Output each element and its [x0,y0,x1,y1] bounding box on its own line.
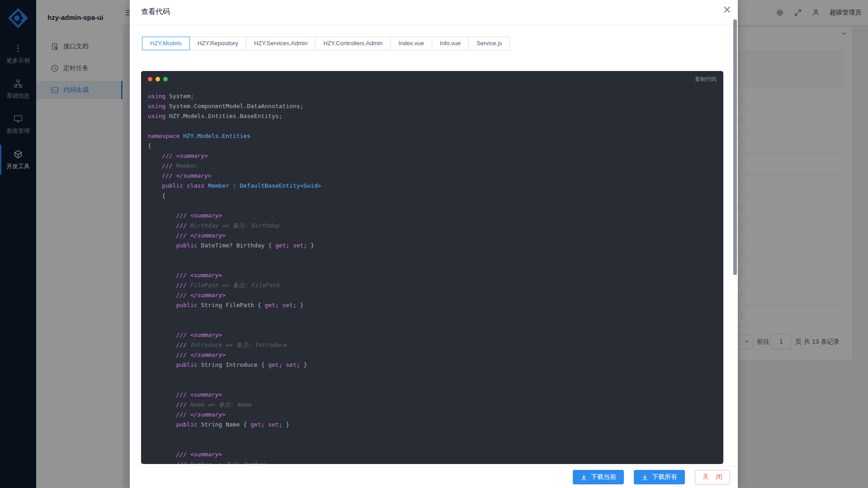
code-line: /// Birthday => 备注: Birthday [148,221,723,231]
download-all-button[interactable]: 下载所有 [634,470,685,484]
code-line: { [148,141,723,151]
modal-scrollbar-thumb[interactable] [733,19,737,275]
window-dot-red-icon [148,77,152,81]
view-code-modal: 查看代码 ✕ HZY.ModelsHZY.RepositoryHZY.Servi… [130,0,738,488]
code-line: public String Name { get; set; } [148,420,723,430]
code-line: /// Introduce => 备注: Introduce [148,340,723,350]
copy-code-button[interactable]: 复制代码 [695,76,717,83]
code-line: /// FilePath => 备注: FilePath [148,280,723,290]
code-line [148,310,723,320]
code-line: namespace HZY.Models.Entities [148,131,723,141]
code-content: using System;using System.ComponentModel… [141,87,723,464]
tab-service-js[interactable]: Service.js [468,37,510,50]
download-current-button[interactable]: 下载当前 [573,470,624,484]
code-line: /// </summary> [148,410,723,420]
close-icon[interactable]: ✕ [722,5,731,15]
code-line: public DateTime? Birthday { get; set; } [148,241,723,251]
code-line: /// <summary> [148,330,723,340]
code-tabs: HZY.ModelsHZY.RepositoryHZY.Services.Adm… [142,37,510,50]
code-line: /// Name => 备注: Name [148,400,723,410]
code-line: using HZY.Models.Entities.BaseEntitys; [148,111,723,121]
code-line: /// <summary> [148,450,723,460]
code-line: /// <summary> [148,390,723,400]
code-line [148,261,723,270]
code-line [148,251,723,261]
code-line: using System.ComponentModel.DataAnnotati… [148,101,723,111]
code-block-header: 复制代码 [141,71,723,87]
code-line: /// </summary> [148,171,723,181]
code-line: { [148,191,723,201]
code-line: /// </summary> [148,231,723,241]
code-line [148,320,723,330]
code-line: /// </summary> [148,350,723,360]
modal-footer: 下载当前 下载所有 关 闭 [130,466,738,488]
tab-index-vue[interactable]: Index.vue [390,37,432,50]
code-line: /// Number => 备注: Number [148,460,723,464]
close-button[interactable]: 关 闭 [695,470,730,484]
screen: 更多示例基础信息系统管理开发工具 hzy-admin-spa-ui 接口文档定时… [0,0,868,488]
code-line [148,370,723,380]
code-line: public class Member : DefaultBaseEntity<… [148,181,723,191]
download-all-label: 下载所有 [652,473,677,481]
modal-title: 查看代码 [141,7,170,17]
code-line: using System; [148,91,723,101]
tab-hzy-services-admin[interactable]: HZY.Services.Admin [246,37,316,50]
code-line: /// <summary> [148,151,723,161]
code-line [148,440,723,450]
tab-hzy-controllers-admin[interactable]: HZY.Controllers.Admin [315,37,391,50]
tab-info-vue[interactable]: Info.vue [432,37,469,50]
code-line: /// <summary> [148,270,723,280]
code-line: /// Member [148,161,723,171]
code-line [148,201,723,211]
code-line [148,121,723,131]
code-line [148,430,723,440]
code-line: /// </summary> [148,290,723,300]
window-dot-yellow-icon [156,77,160,81]
code-line [148,380,723,390]
tab-hzy-repository[interactable]: HZY.Repository [189,37,246,50]
window-dot-green-icon [163,77,168,81]
code-block: 复制代码 using System;using System.Component… [141,71,723,464]
modal-header: 查看代码 ✕ [130,0,738,25]
code-line: public String FilePath { get; set; } [148,300,723,310]
code-line: /// <summary> [148,211,723,221]
code-line: public String Introduce { get; set; } [148,360,723,370]
tab-hzy-models[interactable]: HZY.Models [142,37,190,50]
download-current-label: 下载当前 [591,473,616,481]
